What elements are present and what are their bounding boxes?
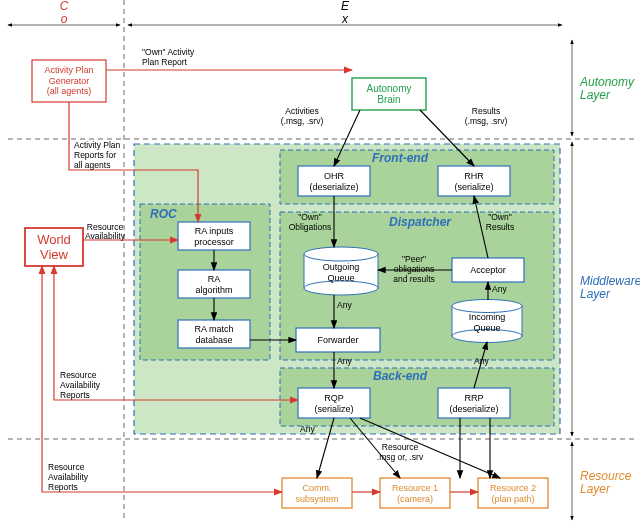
worldview-label: WorldView (37, 232, 71, 262)
inq-label: IncomingQueue (469, 312, 506, 333)
plane-control-label: Co (60, 0, 69, 26)
ra-in-label: RA inputsprocessor (194, 226, 234, 247)
lbl-plan-all: Activity PlanReports forall agents (74, 140, 121, 170)
outq-label: OutgoingQueue (323, 262, 360, 283)
lbl-res-avail-rep-2: ResourceAvailabilityReports (48, 462, 89, 492)
ra-db-label: RA matchdatabase (194, 324, 233, 345)
lbl-any3: Any (300, 424, 315, 434)
apg-label: Activity PlanGenerator(all agents) (44, 65, 93, 96)
region-roc-label: ROC (150, 207, 177, 221)
region-dispatcher-label: Dispatcher (389, 215, 452, 229)
acceptor-label: Acceptor (470, 265, 506, 275)
lbl-results: Results(.msg, .srv) (465, 106, 508, 126)
layer-autonomy-label: AutonomyLayer (579, 75, 635, 102)
res1-label: Resource 1(camera) (392, 483, 438, 504)
layer-middleware-label: MiddlewareLayer (580, 274, 640, 301)
layer-resource-label: ResourceLayer (580, 469, 632, 496)
svg-point-2 (304, 281, 378, 295)
lbl-own-res: "Own"Results (486, 212, 514, 232)
lbl-any4: Any (492, 284, 507, 294)
lbl-activities: Activities(.msg, .srv) (281, 106, 324, 126)
plane-exec-label: Ex (341, 0, 350, 26)
lbl-any1: Any (337, 300, 352, 310)
lbl-res-avail: ResourceAvailability (85, 222, 126, 241)
res2-label: Resource 2(plan path) (490, 483, 536, 504)
lbl-any2: Any (337, 356, 352, 366)
region-front-end-label: Front-end (372, 151, 429, 165)
svg-point-4 (452, 300, 522, 313)
svg-point-1 (304, 247, 378, 261)
lbl-own-plan: "Own" ActivityPlan Report (142, 47, 195, 67)
forwarder-label: Forwarder (317, 335, 358, 345)
lbl-res-avail-rep-1: ResourceAvailabilityReports (60, 370, 101, 400)
lbl-res-msg: Resource.msg or, .srv (377, 442, 424, 462)
lbl-any5: Any (474, 356, 489, 366)
region-back-end-label: Back-end (373, 369, 428, 383)
